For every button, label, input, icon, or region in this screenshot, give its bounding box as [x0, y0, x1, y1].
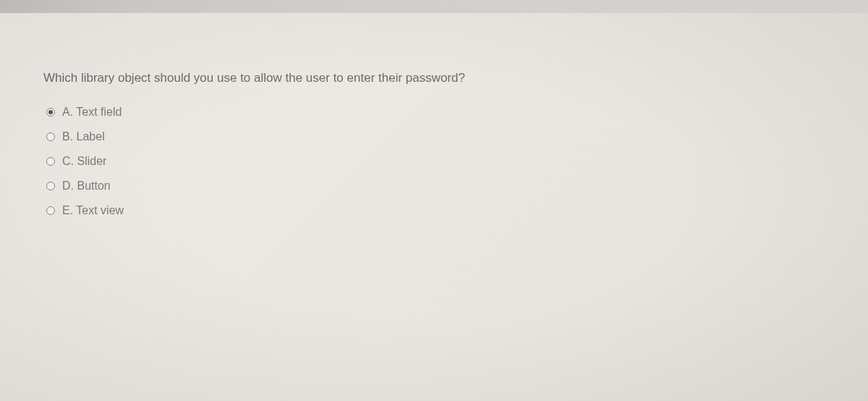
option-c[interactable]: C. Slider [46, 155, 825, 168]
top-border-bar [0, 0, 868, 13]
option-c-label: C. Slider [62, 155, 106, 168]
option-d-label: D. Button [62, 180, 111, 193]
question-content: Which library object should you use to a… [0, 13, 868, 217]
option-e[interactable]: E. Text view [46, 204, 825, 217]
radio-d[interactable] [46, 182, 55, 190]
radio-b[interactable] [46, 132, 55, 141]
option-b-label: B. Label [62, 130, 105, 143]
radio-c[interactable] [46, 157, 55, 166]
option-d[interactable]: D. Button [46, 180, 825, 193]
radio-e[interactable] [46, 206, 55, 215]
question-text: Which library object should you use to a… [43, 71, 825, 85]
option-b[interactable]: B. Label [46, 130, 825, 143]
radio-a[interactable] [46, 108, 55, 117]
option-a[interactable]: A. Text field [46, 106, 825, 119]
option-a-label: A. Text field [62, 106, 122, 119]
option-e-label: E. Text view [62, 204, 124, 217]
options-list: A. Text field B. Label C. Slider D. Butt… [43, 106, 825, 217]
